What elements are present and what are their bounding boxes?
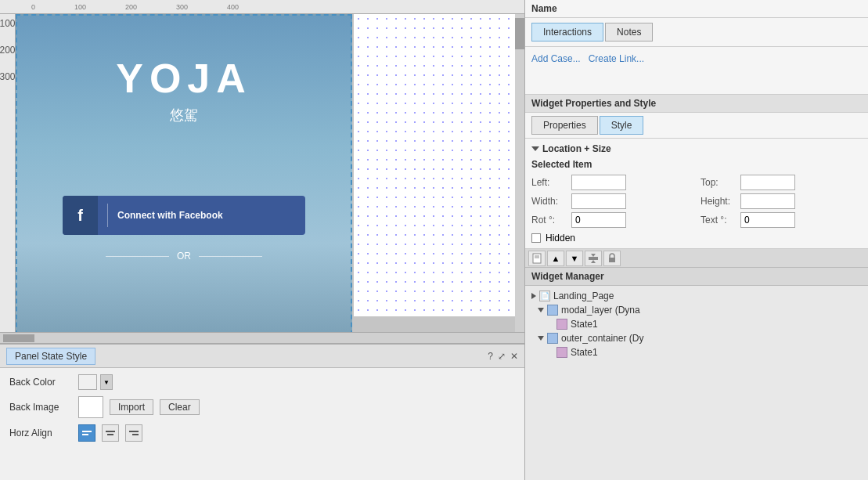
- layer-item-modal-layer[interactable]: modal_layer (Dyna: [525, 303, 868, 317]
- notes-tab[interactable]: Notes: [605, 23, 653, 42]
- collapse-triangle[interactable]: [531, 146, 539, 151]
- svg-rect-1: [82, 434, 88, 435]
- interactions-tab[interactable]: Interactions: [531, 23, 603, 42]
- toolbar-down-btn[interactable]: ▼: [566, 251, 583, 266]
- add-case-link[interactable]: Add Case...: [531, 53, 581, 64]
- hidden-row: Hidden: [531, 233, 862, 244]
- facebook-button[interactable]: f Connect with Facebook: [63, 196, 305, 235]
- toolbar-up-btn[interactable]: ▲: [547, 251, 564, 266]
- width-input[interactable]: [571, 193, 626, 209]
- back-color-label: Back Color: [9, 377, 72, 388]
- top-input[interactable]: [740, 175, 795, 190]
- style-tab[interactable]: Style: [600, 116, 644, 135]
- question-icon[interactable]: ?: [488, 351, 493, 362]
- svg-rect-5: [132, 434, 139, 435]
- back-image-label: Back Image: [9, 402, 72, 413]
- facebook-label: Connect with Facebook: [117, 210, 223, 221]
- layer-item-state1-modal[interactable]: State1: [525, 317, 868, 331]
- logo-subtitle: 悠駕: [116, 106, 252, 125]
- layer-expand-icon-2: [538, 336, 544, 341]
- layer-state-icon-1: [556, 319, 567, 330]
- expand-icon[interactable]: ⤢: [498, 351, 506, 362]
- align-right-button[interactable]: [125, 424, 142, 442]
- h-scroll-thumb[interactable]: [3, 334, 34, 342]
- left-ruler: 100 200 300: [0, 14, 16, 332]
- left-label: Left:: [531, 177, 567, 188]
- canvas-viewport[interactable]: YOJA 悠駕 f Connect with Facebook OR: [16, 14, 524, 332]
- toolbar-move-btn[interactable]: [585, 251, 602, 266]
- add-case-row: Add Case... Create Link...: [531, 53, 862, 64]
- import-button[interactable]: Import: [110, 399, 153, 415]
- height-row: Height:: [701, 193, 862, 209]
- logo: YOJA 悠駕: [116, 55, 252, 125]
- svg-rect-6: [533, 254, 541, 263]
- interactions-notes-tabs: Interactions Notes: [525, 18, 868, 47]
- canvas-area: 0 100 200 300 400 100 200 300 YOJA 悠駕 f: [0, 0, 524, 480]
- color-dropdown[interactable]: ▼: [100, 374, 113, 390]
- svg-rect-3: [107, 434, 113, 435]
- or-separator: OR: [106, 251, 262, 262]
- svg-marker-10: [591, 254, 596, 257]
- align-left-button[interactable]: [78, 424, 95, 442]
- horz-align-row: Horz Align: [9, 424, 515, 442]
- svg-rect-9: [589, 257, 598, 260]
- toolbar-page-icon[interactable]: [528, 251, 546, 266]
- location-size-header: Location + Size: [531, 143, 862, 154]
- layer-item-landing-page[interactable]: 📄 Landing_Page: [525, 289, 868, 303]
- facebook-divider: [107, 204, 108, 227]
- layer-name-state1-modal: State1: [571, 319, 598, 330]
- text-angle-input[interactable]: [740, 212, 795, 228]
- close-icon[interactable]: ✕: [510, 351, 518, 362]
- svg-rect-12: [609, 258, 615, 262]
- layer-name-outer-container: outer_container (Dy: [561, 333, 643, 344]
- height-label: Height:: [701, 196, 736, 207]
- layer-page-icon: 📄: [539, 291, 550, 301]
- width-row: Width:: [531, 193, 693, 209]
- width-label: Width:: [531, 196, 567, 207]
- text-angle-label: Text °:: [701, 215, 736, 226]
- back-color-row: Back Color ▼: [9, 374, 515, 390]
- bottom-panel: Panel State Style ? ⤢ ✕ Back Color ▼ Bac…: [0, 343, 524, 480]
- layer-dynamic-icon: [547, 305, 558, 316]
- bottom-panel-header: Panel State Style ? ⤢ ✕: [0, 345, 524, 368]
- hidden-label: Hidden: [546, 233, 575, 244]
- rot-row: Rot °:: [531, 212, 693, 228]
- layer-dynamic-icon-2: [547, 333, 558, 344]
- align-center-button[interactable]: [102, 424, 119, 442]
- layer-expand-icon: [538, 308, 544, 312]
- location-grid: Left: Top: Width: Height: Rot °: Text °:: [531, 175, 862, 228]
- height-input[interactable]: [740, 193, 795, 209]
- design-canvas: YOJA 悠駕 f Connect with Facebook OR: [16, 14, 352, 332]
- layer-tree: 📄 Landing_Page modal_layer (Dyna State1 …: [525, 286, 868, 480]
- scrollbar-thumb[interactable]: [515, 18, 524, 49]
- widget-manager-section: ▲ ▼ Widget Manager 📄 Landing_Page: [525, 248, 868, 480]
- layer-collapse-icon: [531, 293, 536, 299]
- widget-properties-section: Widget Properties and Style: [525, 94, 868, 113]
- image-swatch[interactable]: [78, 396, 103, 418]
- toolbar-lock-btn[interactable]: [603, 251, 621, 266]
- layer-item-state1-outer[interactable]: State1: [525, 345, 868, 359]
- layer-name-modal-layer: modal_layer (Dyna: [561, 305, 640, 316]
- properties-tab[interactable]: Properties: [531, 116, 598, 135]
- text-angle-row: Text °:: [701, 212, 862, 228]
- layer-item-outer-container[interactable]: outer_container (Dy: [525, 331, 868, 345]
- rot-input[interactable]: [571, 212, 626, 228]
- panel-header-icons: ? ⤢ ✕: [488, 351, 518, 362]
- svg-rect-0: [82, 431, 92, 432]
- canvas-scrollbar-h[interactable]: [0, 332, 524, 343]
- left-input[interactable]: [571, 175, 626, 190]
- svg-rect-4: [129, 431, 139, 432]
- canvas-scrollbar-v[interactable]: [515, 14, 524, 332]
- hidden-checkbox[interactable]: [531, 233, 541, 243]
- panel-state-style-tab[interactable]: Panel State Style: [6, 348, 95, 365]
- facebook-icon: f: [63, 196, 98, 235]
- logo-text: YOJA: [116, 55, 252, 102]
- clear-button[interactable]: Clear: [160, 399, 200, 415]
- horz-align-label: Horz Align: [9, 428, 72, 438]
- color-swatch[interactable]: [78, 374, 97, 390]
- top-row: Top:: [701, 175, 862, 190]
- properties-style-tabs: Properties Style: [525, 113, 868, 139]
- location-size-section: Location + Size Selected Item Left: Top:…: [525, 139, 868, 248]
- right-panel: Name Interactions Notes Add Case... Crea…: [524, 0, 868, 480]
- create-link-link[interactable]: Create Link...: [589, 53, 644, 64]
